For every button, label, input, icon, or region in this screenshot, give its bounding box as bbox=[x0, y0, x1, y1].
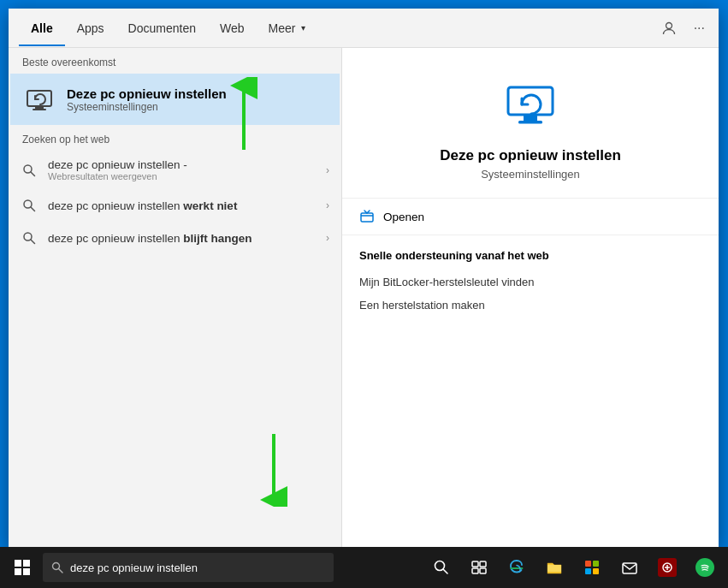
web-item-3[interactable]: deze pc opnieuw instellen blijft hangen … bbox=[9, 222, 341, 254]
svg-rect-3 bbox=[33, 109, 46, 110]
open-action[interactable]: Openen bbox=[342, 199, 719, 235]
chevron-right-icon-1: › bbox=[326, 164, 329, 176]
tab-web[interactable]: Web bbox=[208, 11, 257, 45]
content-area: Beste overeenkomst bbox=[9, 48, 719, 548]
taskbar-search-btn[interactable] bbox=[423, 550, 459, 585]
user-icon[interactable] bbox=[658, 17, 680, 39]
search-icon-2 bbox=[21, 197, 38, 214]
tabs-bar: Alle Apps Documenten Web Meer ▾ ··· bbox=[9, 9, 719, 48]
svg-point-0 bbox=[666, 22, 672, 28]
reset-pc-large-icon bbox=[500, 74, 561, 135]
svg-line-9 bbox=[31, 240, 35, 244]
svg-rect-1 bbox=[27, 91, 51, 106]
svg-rect-19 bbox=[23, 568, 30, 575]
svg-rect-16 bbox=[15, 560, 21, 567]
best-match-label: Beste overeenkomst bbox=[9, 48, 341, 74]
tab-meer[interactable]: Meer ▾ bbox=[257, 11, 318, 45]
best-match-title: Deze pc opnieuw instellen bbox=[67, 86, 227, 101]
tab-apps[interactable]: Apps bbox=[65, 11, 116, 45]
file-explorer-icon[interactable] bbox=[536, 550, 572, 585]
svg-rect-12 bbox=[518, 121, 542, 124]
left-panel: Beste overeenkomst bbox=[9, 48, 342, 548]
right-actions: Openen Snelle ondersteuning vanaf het we… bbox=[342, 199, 719, 324]
svg-rect-26 bbox=[472, 568, 478, 573]
svg-rect-27 bbox=[480, 568, 486, 573]
svg-rect-32 bbox=[593, 568, 599, 574]
svg-rect-28 bbox=[547, 565, 561, 572]
svg-rect-31 bbox=[585, 568, 591, 574]
web-item-1[interactable]: deze pc opnieuw instellen - Webresultate… bbox=[9, 151, 341, 189]
svg-line-7 bbox=[31, 207, 35, 211]
svg-line-5 bbox=[31, 172, 35, 176]
search-icon-3 bbox=[21, 229, 38, 246]
right-panel: Deze pc opnieuw instellen Systeeminstell… bbox=[342, 48, 719, 548]
web-label: Zoeken op het web bbox=[9, 125, 341, 151]
svg-rect-13 bbox=[361, 213, 373, 222]
right-top: Deze pc opnieuw instellen Systeeminstell… bbox=[342, 48, 719, 199]
quick-support-title: Snelle ondersteuning vanaf het web bbox=[359, 249, 701, 262]
taskbar: deze pc opnieuw instellen bbox=[0, 547, 728, 588]
store-icon[interactable] bbox=[574, 550, 610, 585]
taskbar-search-text: deze pc opnieuw instellen bbox=[70, 561, 325, 574]
best-match-item[interactable]: Deze pc opnieuw instellen Systeeminstell… bbox=[10, 74, 340, 125]
taskbar-icons bbox=[423, 550, 723, 585]
svg-rect-11 bbox=[524, 115, 537, 121]
svg-rect-24 bbox=[472, 561, 478, 567]
edge-icon[interactable] bbox=[499, 550, 535, 585]
svg-line-21 bbox=[59, 569, 63, 573]
tab-documenten[interactable]: Documenten bbox=[116, 11, 208, 45]
web-item-text-3: deze pc opnieuw instellen blijft hangen bbox=[48, 232, 326, 245]
svg-rect-2 bbox=[35, 106, 44, 109]
chevron-right-icon-3: › bbox=[326, 232, 329, 244]
search-icon-1 bbox=[21, 162, 38, 179]
right-title: Deze pc opnieuw instellen bbox=[440, 147, 621, 164]
svg-rect-25 bbox=[480, 561, 486, 567]
spotify-icon[interactable] bbox=[687, 550, 723, 585]
svg-rect-18 bbox=[15, 568, 21, 575]
quick-support: Snelle ondersteuning vanaf het web Mijn … bbox=[342, 235, 719, 324]
best-match-sub: Systeeminstellingen bbox=[67, 101, 227, 113]
open-icon bbox=[359, 209, 375, 224]
taskbar-search-icon bbox=[51, 561, 63, 573]
open-label: Openen bbox=[383, 211, 424, 223]
chevron-right-icon-2: › bbox=[326, 199, 329, 211]
web-item-2[interactable]: deze pc opnieuw instellen werkt niet › bbox=[9, 189, 341, 222]
task-view-btn[interactable] bbox=[461, 550, 497, 585]
svg-rect-10 bbox=[508, 87, 553, 115]
right-sub: Systeeminstellingen bbox=[481, 168, 580, 181]
app-icon-1[interactable] bbox=[649, 550, 685, 585]
bitlocker-link[interactable]: Mijn BitLocker-herstelsleutel vinden bbox=[359, 270, 701, 294]
svg-line-23 bbox=[443, 569, 447, 573]
svg-rect-33 bbox=[623, 563, 636, 573]
chevron-down-icon: ▾ bbox=[301, 23, 305, 33]
herstelstation-link[interactable]: Een herstelstation maken bbox=[359, 294, 701, 317]
reset-pc-icon bbox=[22, 82, 56, 116]
svg-rect-29 bbox=[585, 561, 591, 567]
web-item-text-1: deze pc opnieuw instellen - bbox=[48, 158, 326, 171]
web-item-sub-1: Webresultaten weergeven bbox=[48, 171, 326, 181]
tabs-right: ··· bbox=[658, 17, 708, 39]
best-match-text: Deze pc opnieuw instellen Systeeminstell… bbox=[67, 86, 227, 113]
tab-alle[interactable]: Alle bbox=[19, 11, 65, 45]
svg-rect-30 bbox=[593, 561, 599, 567]
mail-icon[interactable] bbox=[612, 550, 648, 585]
start-button[interactable] bbox=[5, 550, 39, 585]
more-options-icon[interactable]: ··· bbox=[690, 17, 708, 39]
svg-rect-17 bbox=[23, 560, 30, 567]
taskbar-search[interactable]: deze pc opnieuw instellen bbox=[43, 553, 334, 582]
web-item-text-2: deze pc opnieuw instellen werkt niet bbox=[48, 199, 326, 212]
